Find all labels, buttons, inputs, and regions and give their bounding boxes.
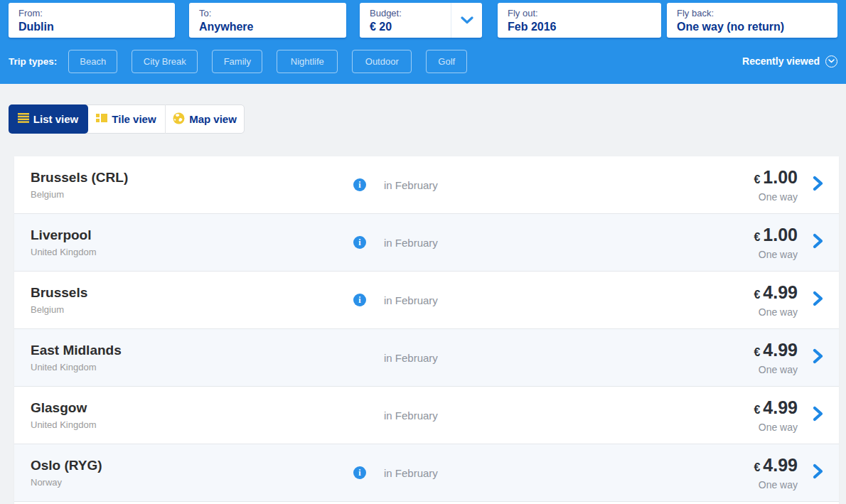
trip-type-city-break[interactable]: City Break xyxy=(132,50,198,73)
result-row[interactable]: Brussels (CRL) Belgium i in February €1.… xyxy=(14,156,839,214)
fly-back-field[interactable]: Fly back: One way (no return) xyxy=(667,3,837,38)
fare-type: One way xyxy=(754,306,798,318)
travel-period: in February xyxy=(384,409,438,422)
recently-viewed-label: Recently viewed xyxy=(742,55,820,67)
price-amount: 4.99 xyxy=(763,282,798,302)
travel-period: in February xyxy=(384,294,438,306)
price: €4.99 xyxy=(754,398,798,419)
trip-type-golf[interactable]: Golf xyxy=(426,50,467,73)
fly-out-label: Fly out: xyxy=(508,8,661,18)
destination-city: Glasgow xyxy=(31,400,97,416)
from-label: From: xyxy=(18,8,175,18)
trip-type-beach[interactable]: Beach xyxy=(68,50,117,73)
chevron-right-icon[interactable] xyxy=(813,406,823,424)
result-row[interactable]: Liverpool United Kingdom i in February €… xyxy=(14,214,839,272)
budget-dropdown-button[interactable] xyxy=(451,3,482,38)
results-list: Brussels (CRL) Belgium i in February €1.… xyxy=(14,156,839,504)
destination-city: Liverpool xyxy=(31,227,97,243)
price: €4.99 xyxy=(754,341,798,362)
trip-type-nightlife[interactable]: Nightlife xyxy=(277,50,338,73)
tab-map-view-label: Map view xyxy=(189,113,237,125)
chevron-right-icon[interactable] xyxy=(813,291,823,309)
tab-list-view[interactable]: List view xyxy=(9,104,88,134)
budget-value: € 20 xyxy=(370,19,449,34)
chevron-right-icon[interactable] xyxy=(813,176,823,194)
fare-type: One way xyxy=(754,479,798,490)
tile-icon xyxy=(96,113,107,125)
price-amount: 4.99 xyxy=(763,397,798,417)
price-currency: € xyxy=(754,231,760,243)
price: €4.99 xyxy=(754,283,798,304)
destination-city: Brussels (CRL) xyxy=(31,170,128,186)
from-field[interactable]: From: Dublin xyxy=(9,3,175,38)
destination-country: Belgium xyxy=(31,189,128,200)
trip-types-row: Trip types: Beach City Break Family Nigh… xyxy=(9,47,837,75)
fly-out-value: Feb 2016 xyxy=(508,19,661,34)
chevron-right-icon[interactable] xyxy=(813,348,823,367)
info-icon[interactable]: i xyxy=(353,178,366,191)
destination-country: United Kingdom xyxy=(31,362,122,372)
view-switcher: List view Tile view Map view xyxy=(9,104,245,134)
destination-city: Brussels xyxy=(31,285,87,301)
trip-types-label: Trip types: xyxy=(9,56,57,67)
info-icon[interactable]: i xyxy=(353,466,366,479)
price-amount: 1.00 xyxy=(763,225,798,245)
trip-type-family[interactable]: Family xyxy=(212,50,262,73)
price: €1.00 xyxy=(754,225,798,247)
destination-city: Oslo (RYG) xyxy=(31,458,102,473)
price-amount: 4.99 xyxy=(763,340,798,360)
tab-tile-view[interactable]: Tile view xyxy=(87,104,166,134)
destination: Glasgow United Kingdom xyxy=(31,400,97,430)
travel-period: in February xyxy=(384,179,438,191)
fly-back-label: Fly back: xyxy=(677,8,837,18)
result-row[interactable]: Glasgow United Kingdom i in February €4.… xyxy=(14,387,839,444)
result-row[interactable]: East Midlands United Kingdom i in Februa… xyxy=(14,329,839,387)
chevron-right-icon[interactable] xyxy=(813,233,823,252)
chevron-right-icon[interactable] xyxy=(813,463,823,482)
price-currency: € xyxy=(754,461,760,473)
destination: Brussels (CRL) Belgium xyxy=(31,170,128,200)
result-row[interactable]: Brussels Belgium i in February €4.99 One… xyxy=(14,272,839,329)
destination-country: Belgium xyxy=(31,304,87,315)
price: €1.00 xyxy=(754,168,798,189)
recently-viewed-button[interactable]: Recently viewed xyxy=(742,55,837,68)
list-icon xyxy=(18,113,29,125)
fly-out-field[interactable]: Fly out: Feb 2016 xyxy=(498,3,661,38)
to-field[interactable]: To: Anywhere xyxy=(189,3,346,38)
fare: €4.99 One way xyxy=(754,341,798,375)
destination-country: United Kingdom xyxy=(31,419,97,430)
destination: Oslo (RYG) Norway xyxy=(31,458,102,488)
fare: €4.99 One way xyxy=(754,398,798,433)
travel-period: in February xyxy=(384,237,438,249)
to-value: Anywhere xyxy=(199,19,346,34)
fare-type: One way xyxy=(754,249,798,260)
price-currency: € xyxy=(754,346,760,358)
from-value: Dublin xyxy=(18,19,175,34)
trip-type-outdoor[interactable]: Outdoor xyxy=(352,50,412,73)
budget-field[interactable]: Budget: € 20 xyxy=(360,3,482,38)
fare: €4.99 One way xyxy=(754,456,798,490)
destination: East Midlands United Kingdom xyxy=(31,343,122,372)
chevron-down-circle-icon xyxy=(825,55,837,68)
info-icon[interactable]: i xyxy=(353,294,366,306)
fare-type: One way xyxy=(754,191,798,203)
fare-type: One way xyxy=(754,422,798,433)
fare: €1.00 One way xyxy=(754,168,798,203)
tab-map-view[interactable]: Map view xyxy=(166,104,244,134)
price-currency: € xyxy=(754,173,760,186)
destination: Brussels Belgium xyxy=(31,285,87,315)
fare-type: One way xyxy=(754,364,798,375)
destination: Liverpool United Kingdom xyxy=(31,227,97,257)
travel-period: in February xyxy=(384,352,438,364)
destination-country: United Kingdom xyxy=(31,247,97,257)
info-icon[interactable]: i xyxy=(353,236,366,249)
result-row[interactable]: Oslo (RYG) Norway i in February €4.99 On… xyxy=(14,444,839,502)
fare: €1.00 One way xyxy=(754,225,798,260)
search-header: From: Dublin To: Anywhere Budget: € 20 F… xyxy=(0,0,846,84)
price: €4.99 xyxy=(754,456,798,477)
price-amount: 4.99 xyxy=(763,455,798,475)
price-currency: € xyxy=(754,404,760,416)
chevron-down-icon xyxy=(461,14,473,27)
fare: €4.99 One way xyxy=(754,283,798,318)
destination-country: Norway xyxy=(31,477,102,488)
